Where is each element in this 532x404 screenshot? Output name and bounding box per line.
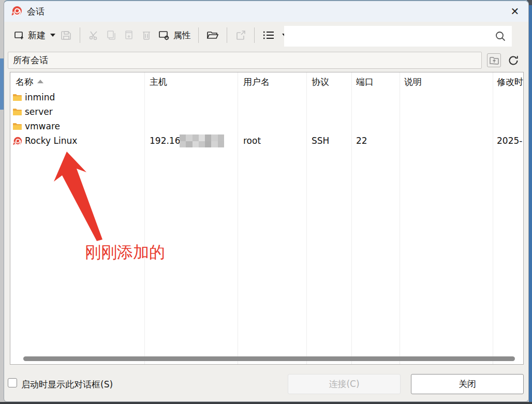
new-session-button[interactable]: 新建 (11, 27, 48, 43)
column-header-description[interactable]: 说明 (404, 76, 422, 88)
close-button[interactable]: 关闭 (411, 374, 524, 394)
session-path-field[interactable]: 所有会话 (8, 52, 482, 69)
table-row-session[interactable]: Rocky Linux 192.168. root SSH 22 2025- (10, 134, 523, 148)
folder-name: server (25, 107, 53, 117)
session-port: 22 (356, 136, 367, 146)
folder-icon (12, 108, 22, 116)
copy-button[interactable] (102, 27, 120, 43)
sessions-dialog: 会话 ✕ 新建 属性 (4, 0, 529, 402)
window-title: 会话 (27, 6, 45, 18)
sessions-table: 名称 主机 用户名 协议 端口 说明 修改时 inmind server vmw… (10, 72, 524, 365)
new-session-label: 新建 (28, 29, 46, 41)
column-header-modified[interactable]: 修改时 (497, 76, 523, 88)
cut-button[interactable] (85, 27, 102, 43)
xshell-logo-icon (11, 6, 22, 17)
toolbar-separator (80, 27, 80, 43)
folder-icon (12, 93, 22, 101)
open-folder-button[interactable] (203, 27, 222, 43)
table-row-folder[interactable]: server (10, 105, 523, 119)
show-dialog-checkbox[interactable] (8, 378, 17, 387)
properties-icon (158, 29, 170, 41)
table-row-folder[interactable]: vmware (10, 119, 523, 134)
column-header-port[interactable]: 端口 (356, 76, 374, 88)
table-row-folder[interactable]: inmind (10, 91, 523, 105)
connect-button: 连接(C) (288, 374, 401, 394)
horizontal-scrollbar[interactable] (23, 356, 515, 361)
session-modified: 2025- (497, 136, 522, 146)
background-left-strip (0, 58, 4, 110)
list-view-button[interactable] (259, 27, 278, 43)
search-icon[interactable] (494, 30, 507, 42)
background-bottom-strip (0, 402, 532, 404)
new-session-icon (13, 29, 25, 41)
properties-button[interactable]: 属性 (155, 27, 194, 43)
paste-button[interactable] (120, 27, 138, 43)
session-icon (12, 137, 22, 146)
folder-name: inmind (25, 92, 55, 102)
toolbar-separator (254, 27, 255, 43)
up-folder-button[interactable] (487, 53, 501, 67)
search-box (284, 26, 512, 47)
session-name: Rocky Linux (25, 136, 77, 146)
save-button[interactable] (57, 27, 75, 43)
sort-ascending-icon (37, 80, 43, 83)
folder-icon (12, 122, 22, 130)
delete-button[interactable] (138, 27, 155, 43)
redacted-host-blur (180, 134, 224, 147)
session-user: root (243, 136, 261, 146)
show-dialog-checkbox-label: 启动时显示此对话框(S) (21, 379, 113, 391)
column-header-protocol[interactable]: 协议 (312, 76, 329, 88)
toolbar-separator (227, 27, 227, 43)
folder-name: vmware (25, 121, 60, 131)
export-button[interactable] (232, 27, 249, 43)
background-right-strip (529, 4, 532, 402)
session-protocol: SSH (312, 136, 329, 146)
annotation-text: 刚刚添加的 (85, 242, 165, 263)
title-bar[interactable]: 会话 ✕ (4, 1, 528, 22)
new-session-dropdown-icon[interactable] (50, 34, 55, 37)
properties-label: 属性 (173, 29, 191, 41)
close-window-button[interactable]: ✕ (508, 4, 522, 19)
column-header-host[interactable]: 主机 (150, 76, 167, 88)
column-header-user[interactable]: 用户名 (243, 76, 270, 88)
toolbar-separator (198, 27, 199, 43)
refresh-button[interactable] (506, 53, 521, 68)
search-input[interactable] (288, 26, 490, 47)
column-header-name[interactable]: 名称 (16, 76, 33, 88)
